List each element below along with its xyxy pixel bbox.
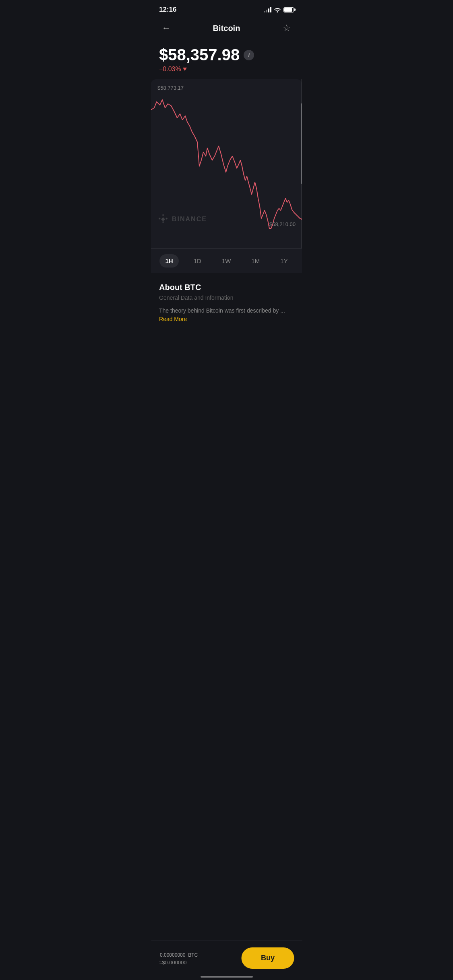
time-btn-1y[interactable]: 1Y	[275, 254, 293, 268]
price-change-value: −0.03%	[159, 66, 181, 73]
price-section: $58,357.98 i −0.03%	[151, 42, 302, 79]
time-btn-1h[interactable]: 1H	[159, 254, 178, 268]
binance-logo-icon	[157, 214, 169, 225]
scrollbar-thumb[interactable]	[301, 103, 302, 184]
wifi-icon	[274, 7, 281, 12]
favorite-button[interactable]: ☆	[279, 21, 294, 35]
time-btn-1m[interactable]: 1M	[246, 254, 265, 268]
svg-rect-1	[159, 218, 161, 220]
back-button[interactable]: ←	[159, 21, 174, 35]
info-button[interactable]: i	[244, 50, 254, 60]
header: ← Bitcoin ☆	[151, 17, 302, 42]
status-bar: 12:16	[151, 0, 302, 17]
about-subtitle: General Data and Information	[159, 294, 294, 301]
svg-rect-2	[165, 218, 168, 220]
time-btn-1w[interactable]: 1W	[216, 254, 237, 268]
about-description: The theory behind Bitcoin was first desc…	[159, 307, 294, 323]
down-arrow-icon	[183, 68, 187, 71]
svg-rect-4	[161, 217, 165, 221]
back-arrow-icon: ←	[162, 23, 171, 33]
svg-rect-3	[162, 221, 164, 223]
read-more-button[interactable]: Read More	[159, 316, 187, 322]
chart-container: $58,773.17 $58,210.00 BINANCE	[151, 79, 302, 248]
star-icon: ☆	[283, 23, 291, 33]
about-section: About BTC General Data and Information T…	[151, 273, 302, 330]
battery-icon	[283, 7, 294, 12]
signal-icon	[264, 7, 271, 12]
page-title: Bitcoin	[213, 24, 240, 33]
price-row: $58,357.98 i	[159, 46, 294, 64]
time-btn-1d[interactable]: 1D	[188, 254, 207, 268]
price-chart[interactable]	[151, 86, 302, 231]
chart-low-label: $58,210.00	[269, 221, 296, 227]
chart-high-label: $58,773.17	[157, 85, 184, 91]
status-icons	[264, 7, 294, 12]
price-change: −0.03%	[159, 66, 294, 73]
time-selector: 1H 1D 1W 1M 1Y	[151, 249, 302, 273]
binance-label: BINANCE	[172, 216, 207, 223]
status-time: 12:16	[159, 6, 176, 14]
binance-watermark: BINANCE	[157, 214, 207, 225]
about-title: About BTC	[159, 283, 294, 292]
scrollbar-track	[301, 79, 302, 248]
svg-rect-0	[162, 214, 164, 216]
price-value: $58,357.98	[159, 46, 240, 64]
